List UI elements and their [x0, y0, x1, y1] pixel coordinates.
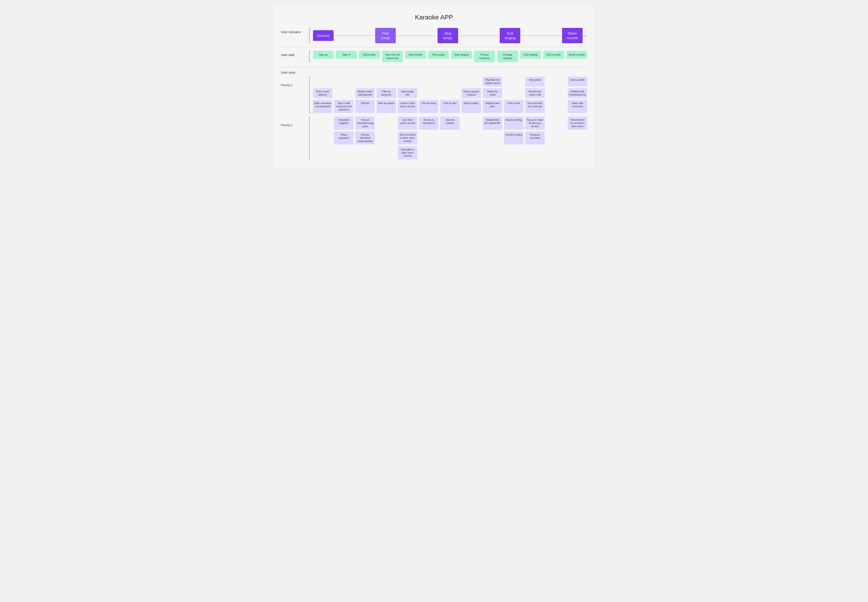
task-brace	[308, 51, 312, 62]
story-choose-singers[interactable]: Choose interested singers/bands	[355, 132, 375, 144]
task-sign-in[interactable]: Sign in	[336, 51, 357, 59]
story-play-hide-original[interactable]: Play/Hide the original sound	[483, 77, 502, 86]
task-label: User task	[281, 51, 308, 57]
page-title: Karaoke APP	[281, 9, 587, 28]
scenario-share-records[interactable]: Sharerecords	[562, 28, 583, 43]
story-modify-avatar[interactable]: Modify avatar/ name/gender	[355, 88, 375, 98]
story-trim-save[interactable]: Trim and save as a new clip	[525, 100, 545, 113]
scenario-account[interactable]: Account	[313, 30, 334, 41]
task-pick-songs[interactable]: Pick songs	[428, 51, 449, 59]
task-edit-profile[interactable]: Edit profile	[359, 51, 380, 59]
story-password-forgotten[interactable]: Password forgotten	[334, 117, 354, 130]
scenario-pick-songs[interactable]: Picksongs	[375, 28, 396, 43]
story-enter-username[interactable]: Enter username and password	[313, 100, 332, 113]
story-like-records[interactable]: Like other users' records	[398, 117, 417, 130]
story-click-end[interactable]: Click to end	[504, 100, 524, 113]
scenario-label: User scenario	[281, 28, 308, 34]
story-skip-ending[interactable]: Skip the ending	[504, 117, 524, 130]
story-higher-lower-pitch[interactable]: Higher/Lower pitch	[483, 100, 502, 113]
story-section: User story Priority 1	[281, 71, 587, 159]
priority1-row2: Enter username and password Sign in with…	[313, 100, 587, 113]
story-top-up[interactable]: Top up to make AI edit your records	[525, 117, 545, 130]
story-send-gifts[interactable]: Send gifts to other users' records	[398, 146, 417, 159]
task-share-records[interactable]: Share records	[566, 51, 587, 59]
story-view-points[interactable]: View points	[525, 77, 545, 86]
story-pick-song[interactable]: Pick the song	[419, 100, 438, 113]
task-type-search[interactable]: Type into the search bar	[382, 51, 403, 62]
scenario-brace	[308, 28, 312, 43]
story-record-cover[interactable]: Record and cover a clip	[525, 88, 545, 98]
story-recommend[interactable]: Recommend my records to more users	[568, 117, 587, 130]
priority2-row0: Password forgotten Choose interested son…	[313, 117, 587, 130]
story-edit-bio[interactable]: Edit bio	[355, 100, 375, 113]
task-items: Sign up Sign in Edit profile Type into t…	[313, 51, 587, 62]
story-access-microphone[interactable]: Access to microphone	[419, 117, 438, 130]
priority1-section: Priority 1 Play/Hide the original	[281, 77, 587, 113]
task-start-singing[interactable]: Start singing	[451, 51, 472, 59]
priority1-content: Play/Hide the original sound View points…	[313, 77, 587, 113]
task-end-singing[interactable]: End singing	[520, 51, 541, 59]
priority1-label: Priority 1	[281, 77, 308, 87]
task-pause-continue[interactable]: Pause/ Continue	[474, 51, 495, 62]
priority2-content: Password forgotten Choose interested son…	[313, 117, 587, 159]
story-click-start[interactable]: Click to start	[440, 100, 460, 113]
scenario-items: Account Picksongs Singsongs Endsinging S…	[313, 28, 587, 43]
task-sign-up[interactable]: Sign up	[313, 51, 334, 59]
task-view-results[interactable]: View results	[405, 51, 426, 59]
priority2-brace	[308, 117, 312, 159]
story-display-hide-mv[interactable]: Display/Hide the original MV	[483, 117, 502, 130]
story-reset-password[interactable]: Reset password	[334, 132, 354, 144]
story-save-as-draft[interactable]: Save as draft	[568, 77, 587, 86]
task-change-settings[interactable]: Change settings	[497, 51, 518, 62]
story-filter-singers[interactable]: Filter by singers	[377, 100, 396, 113]
story-skip-prelude[interactable]: Skip the prelude	[440, 117, 460, 130]
priority2-row2: Send gifts to other users' records	[313, 146, 587, 159]
story-add-comments[interactable]: Add comments to other users' records	[398, 132, 417, 144]
priority1-row1: Enter e-mail address Modify avatar/ name…	[313, 88, 587, 98]
story-switch-mode[interactable]: Switch the mode	[483, 88, 502, 98]
scenario-end-singing[interactable]: Endsinging	[500, 28, 520, 43]
story-confirm-ending[interactable]: Comfirm ending	[504, 132, 524, 144]
scenario-row: User scenario Account Picksongs Singsong…	[281, 28, 587, 43]
priority2-label: Priority 2	[281, 117, 308, 127]
task-edit-records[interactable]: Edit records	[543, 51, 564, 59]
priority1-brace	[308, 77, 312, 113]
story-view-songs-info[interactable]: View songs' info	[398, 88, 417, 98]
story-choose-song-types[interactable]: Choose interested song types	[355, 117, 375, 130]
story-filter-keywords[interactable]: Filter by keywords	[377, 88, 396, 98]
story-enhance-recording[interactable]: Enhance recording	[525, 132, 545, 144]
story-listen-records[interactable]: Listen to other users' records	[398, 100, 417, 113]
story-enter-email[interactable]: Enter e-mail address	[313, 88, 332, 98]
priority2-row1: Reset password Choose interested singers…	[313, 132, 587, 144]
story-label: User story	[281, 71, 308, 74]
priority1-row0: Play/Hide the original sound View points…	[313, 77, 587, 86]
story-click-pause[interactable]: Click to pause/ continue	[462, 88, 481, 98]
story-share-comments[interactable]: Share with comments	[568, 100, 587, 113]
story-drag-replay[interactable]: Drag to replay	[462, 100, 481, 113]
story-visible-all[interactable]: Visible to All/ Friends/Just me	[568, 88, 587, 98]
task-row: User task Sign up Sign in Edit profile T…	[281, 51, 587, 62]
priority2-section: Priority 2 Password forgotten Choose int…	[281, 117, 587, 159]
scenario-sing-songs[interactable]: Singsongs	[438, 28, 458, 43]
page-wrapper: Karaoke APP User scenario Account Pickso…	[274, 5, 594, 169]
story-sign-in-username[interactable]: Sign in with username and password	[334, 100, 354, 113]
